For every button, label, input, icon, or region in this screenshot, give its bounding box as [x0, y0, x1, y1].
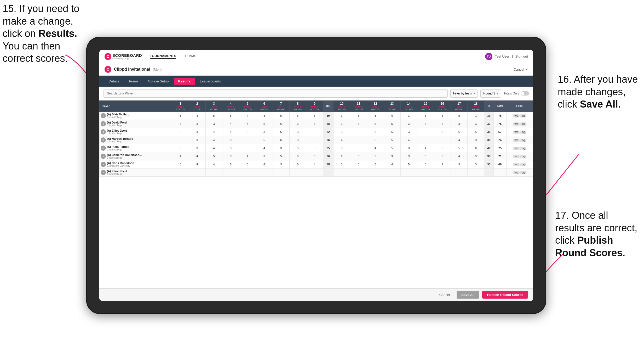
- score-hole-17[interactable]: 6: [451, 128, 468, 136]
- score-hole-13[interactable]: 3: [384, 152, 400, 160]
- dq-button[interactable]: DQ: [520, 122, 526, 126]
- score-hole-13[interactable]: 5: [384, 136, 400, 144]
- score-hole-6[interactable]: 4: [256, 144, 273, 152]
- score-hole-1[interactable]: 4: [172, 152, 189, 160]
- score-hole-6[interactable]: 3: [256, 128, 273, 136]
- score-hole-14[interactable]: -: [400, 169, 417, 177]
- score-hole-7[interactable]: 5: [273, 112, 289, 120]
- cancel-button[interactable]: Cancel: [436, 291, 453, 298]
- dq-button[interactable]: DQ: [520, 131, 526, 134]
- score-hole-7[interactable]: 3: [273, 160, 289, 169]
- score-hole-13[interactable]: -: [384, 169, 400, 177]
- score-hole-10[interactable]: -: [334, 169, 350, 177]
- score-hole-17[interactable]: 5: [451, 112, 468, 120]
- score-hole-14[interactable]: 3: [400, 128, 417, 136]
- score-hole-18[interactable]: 3: [468, 120, 484, 128]
- score-hole-4[interactable]: 4: [222, 120, 239, 128]
- score-hole-2[interactable]: 3: [189, 144, 205, 152]
- score-hole-10[interactable]: 3: [334, 128, 350, 136]
- score-hole-14[interactable]: 3: [400, 144, 417, 152]
- score-hole-2[interactable]: 4: [189, 152, 205, 160]
- score-hole-3[interactable]: 4: [205, 144, 222, 152]
- score-hole-8[interactable]: 3: [289, 128, 306, 136]
- score-hole-11[interactable]: 3: [350, 152, 367, 160]
- score-hole-18[interactable]: 3: [468, 136, 484, 144]
- score-hole-3[interactable]: 5: [205, 152, 222, 160]
- nav-link-teams[interactable]: TEAMS: [185, 54, 196, 59]
- tab-course-setup[interactable]: Course Setup: [144, 78, 173, 85]
- score-hole-12[interactable]: 5: [367, 120, 384, 128]
- score-hole-2[interactable]: 3: [189, 120, 205, 128]
- score-hole-10[interactable]: 4: [334, 136, 350, 144]
- tab-teams[interactable]: Teams: [124, 78, 143, 85]
- score-hole-12[interactable]: 4: [367, 144, 384, 152]
- dq-button[interactable]: DQ: [520, 139, 526, 142]
- score-hole-17[interactable]: -: [451, 169, 468, 177]
- score-hole-4[interactable]: -: [222, 169, 239, 177]
- score-hole-13[interactable]: 6: [384, 112, 400, 120]
- score-hole-4[interactable]: 5: [222, 136, 239, 144]
- score-hole-17[interactable]: 3: [451, 160, 468, 169]
- score-hole-10[interactable]: 3: [334, 120, 350, 128]
- score-hole-11[interactable]: 5: [350, 144, 367, 152]
- score-hole-1[interactable]: -: [172, 169, 189, 177]
- score-hole-1[interactable]: 6: [172, 120, 189, 128]
- filter-by-team-dropdown[interactable]: Filter by team ▾: [450, 89, 478, 98]
- score-hole-5[interactable]: 3: [239, 120, 256, 128]
- score-hole-18[interactable]: 3: [468, 152, 484, 160]
- dq-button[interactable]: DQ: [520, 163, 526, 166]
- score-hole-18[interactable]: -: [468, 169, 484, 177]
- score-hole-7[interactable]: 5: [273, 128, 289, 136]
- score-hole-15[interactable]: 5: [417, 112, 434, 120]
- score-hole-6[interactable]: -: [256, 169, 273, 177]
- tournament-cancel-btn[interactable]: Cancel ✕: [514, 68, 528, 71]
- score-hole-6[interactable]: 5: [256, 120, 273, 128]
- score-hole-18[interactable]: 3: [468, 112, 484, 120]
- nav-link-tournaments[interactable]: TOURNAMENTS: [150, 54, 176, 59]
- score-hole-13[interactable]: 5: [384, 144, 400, 152]
- score-hole-3[interactable]: 4: [205, 128, 222, 136]
- score-hole-12[interactable]: 5: [367, 152, 384, 160]
- dq-button[interactable]: DQ: [520, 155, 526, 158]
- score-hole-18[interactable]: 6: [468, 144, 484, 152]
- score-hole-3[interactable]: 3: [205, 120, 222, 128]
- score-hole-15[interactable]: 3: [417, 160, 434, 169]
- score-hole-14[interactable]: 4: [400, 136, 417, 144]
- tab-details[interactable]: Details: [105, 78, 123, 85]
- dq-button[interactable]: DQ: [520, 147, 526, 150]
- score-hole-5[interactable]: 3: [239, 128, 256, 136]
- score-hole-5[interactable]: 3: [239, 160, 256, 169]
- score-hole-17[interactable]: 4: [451, 152, 468, 160]
- toggle-switch[interactable]: [521, 91, 529, 96]
- score-hole-8[interactable]: 3: [289, 120, 306, 128]
- save-all-button[interactable]: Save All: [457, 291, 479, 299]
- score-hole-9[interactable]: 5: [306, 144, 323, 152]
- score-hole-6[interactable]: 3: [256, 152, 273, 160]
- score-hole-8[interactable]: 5: [289, 144, 306, 152]
- score-hole-17[interactable]: 4: [451, 136, 468, 144]
- score-hole-3[interactable]: 4: [205, 160, 222, 169]
- score-hole-14[interactable]: 5: [400, 160, 417, 169]
- wd-button[interactable]: WD: [513, 131, 520, 134]
- score-hole-7[interactable]: 5: [273, 152, 289, 160]
- score-hole-15[interactable]: 5: [417, 128, 434, 136]
- score-hole-6[interactable]: 5: [256, 136, 273, 144]
- score-hole-4[interactable]: 3: [222, 152, 239, 160]
- score-hole-4[interactable]: 4: [222, 128, 239, 136]
- score-hole-5[interactable]: 4: [239, 112, 256, 120]
- publish-round-scores-button[interactable]: Publish Round Scores: [482, 291, 528, 299]
- score-hole-8[interactable]: -: [289, 169, 306, 177]
- score-hole-1[interactable]: 3: [172, 112, 189, 120]
- score-hole-12[interactable]: -: [367, 169, 384, 177]
- score-hole-10[interactable]: 6: [334, 152, 350, 160]
- score-hole-17[interactable]: 5: [451, 144, 468, 152]
- wd-button[interactable]: WD: [513, 139, 520, 142]
- score-hole-9[interactable]: 5: [306, 136, 323, 144]
- wd-button[interactable]: WD: [513, 147, 520, 150]
- score-hole-3[interactable]: -: [205, 169, 222, 177]
- score-hole-15[interactable]: 5: [417, 120, 434, 128]
- score-hole-18[interactable]: 5: [468, 128, 484, 136]
- score-hole-5[interactable]: 3: [239, 136, 256, 144]
- score-hole-5[interactable]: 4: [239, 152, 256, 160]
- score-hole-6[interactable]: 3: [256, 112, 273, 120]
